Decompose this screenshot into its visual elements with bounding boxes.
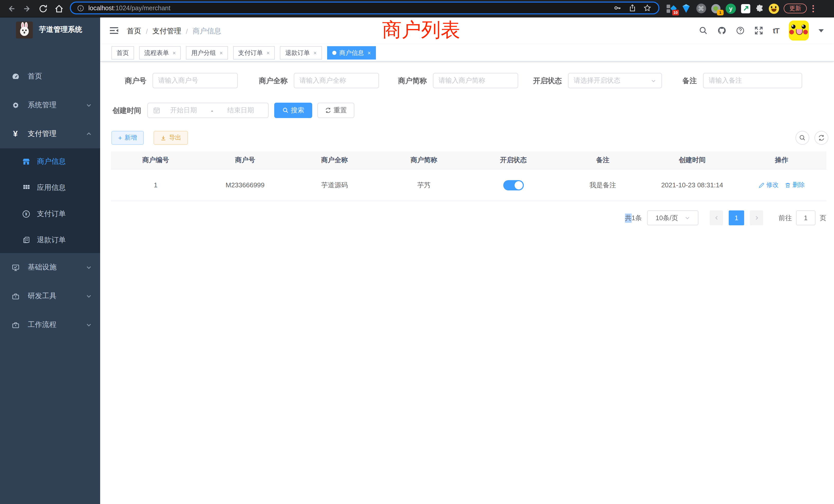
browser-profile-avatar[interactable] <box>769 3 779 14</box>
sidebar-item-label: 应用信息 <box>37 183 66 192</box>
tab-close-icon[interactable]: × <box>368 50 371 56</box>
merchant-short-name-input[interactable]: 请输入商户简称 <box>433 73 518 88</box>
remark-input[interactable]: 请输入备注 <box>703 73 802 88</box>
page-1-button[interactable]: 1 <box>729 210 744 225</box>
browser-back-icon[interactable] <box>7 4 16 13</box>
start-date-placeholder[interactable]: 开始日期 <box>161 106 206 115</box>
tab-user-group[interactable]: 用户分组× <box>186 46 228 60</box>
merchant-full-name-label: 商户全称 <box>241 73 288 88</box>
sidebar-item-pay[interactable]: ¥ 支付管理 <box>0 120 100 148</box>
merchant-full-name-input[interactable]: 请输入商户全称 <box>294 73 379 88</box>
add-button[interactable]: + 新增 <box>111 131 144 145</box>
browser-forward-icon[interactable] <box>23 4 32 13</box>
browser-menu-icon[interactable] <box>812 5 814 12</box>
tab-refund-order[interactable]: 退款订单× <box>280 46 322 60</box>
placeholder-text: 请选择开启状态 <box>574 76 620 85</box>
show-search-toggle-button[interactable] <box>795 131 809 145</box>
browser-home-icon[interactable] <box>54 4 64 13</box>
breadcrumb-current: 商户信息 <box>193 27 221 36</box>
svg-text:¥: ¥ <box>25 212 27 216</box>
avatar-caret-icon[interactable] <box>818 29 824 32</box>
end-date-placeholder[interactable]: 结束日期 <box>218 106 263 115</box>
sidebar-item-refund-order[interactable]: 退款订单 <box>0 227 100 253</box>
tab-process-form[interactable]: 流程表单× <box>139 46 181 60</box>
col-short-name: 商户简称 <box>379 156 468 165</box>
tab-pay-order[interactable]: 支付订单× <box>233 46 275 60</box>
header-search-icon[interactable] <box>699 26 708 35</box>
password-key-icon[interactable] <box>614 4 621 12</box>
sidebar-item-app-info[interactable]: 应用信息 <box>0 175 100 201</box>
sidebar-collapse-icon[interactable] <box>109 26 119 36</box>
sidebar-item-workflow[interactable]: 工作流程 <box>0 311 100 339</box>
monitor-check-icon <box>9 264 22 271</box>
prev-page-button[interactable] <box>710 210 723 225</box>
sidebar-item-pay-order[interactable]: ¥ 支付订单 <box>0 201 100 227</box>
extension-notes-icon[interactable] <box>741 3 751 14</box>
browser-update-button[interactable]: 更新 <box>784 4 807 14</box>
edit-link[interactable]: 修改 <box>759 181 778 189</box>
extension-recorder-icon[interactable]: 1 <box>711 3 721 14</box>
goto-page-input[interactable] <box>796 210 815 225</box>
merchant-no-input[interactable]: 请输入商户号 <box>153 73 238 88</box>
table-row: 1 M233666999 芋道源码 芋艿 我是备注 2021-10-23 08:… <box>111 169 826 201</box>
extension-command-icon[interactable]: ⌘ <box>696 3 706 14</box>
export-button[interactable]: 导出 <box>154 131 188 145</box>
refresh-table-button[interactable] <box>814 131 828 145</box>
remark-label: 备注 <box>651 73 697 88</box>
tab-label: 退款订单 <box>285 48 310 57</box>
tab-home[interactable]: 首页 <box>111 46 134 60</box>
extension-badge: 10 <box>672 9 679 15</box>
breadcrumb-section[interactable]: 支付管理 <box>153 27 181 36</box>
github-icon[interactable] <box>718 26 726 35</box>
extension-gem-icon[interactable] <box>681 3 691 14</box>
logo-rabbit-image <box>16 21 33 38</box>
next-page-button[interactable] <box>750 210 763 225</box>
tab-close-icon[interactable]: × <box>173 50 176 56</box>
sidebar-item-system[interactable]: 系统管理 <box>0 91 100 120</box>
breadcrumb-separator: / <box>186 27 188 36</box>
sidebar-item-infrastructure[interactable]: 基础设施 <box>0 253 100 282</box>
create-time-range-picker[interactable]: 开始日期 - 结束日期 <box>147 102 269 118</box>
extension-grid-icon[interactable]: 10 <box>666 3 676 14</box>
site-info-icon[interactable] <box>77 4 84 12</box>
tab-close-icon[interactable]: × <box>266 50 270 56</box>
font-size-icon[interactable]: tT <box>773 26 779 35</box>
tab-merchant-info[interactable]: 商户信息× <box>327 46 376 60</box>
sidebar-item-dev-tools[interactable]: 研发工具 <box>0 282 100 311</box>
reset-button-label: 重置 <box>333 106 347 115</box>
search-button[interactable]: 搜索 <box>274 102 312 118</box>
reset-button[interactable]: 重置 <box>317 102 354 118</box>
download-icon <box>160 135 167 141</box>
add-button-label: 新增 <box>125 134 137 142</box>
help-icon[interactable] <box>736 26 745 35</box>
toggle-knob <box>514 181 523 189</box>
extension-y-icon[interactable]: y <box>726 3 736 14</box>
breadcrumb-home[interactable]: 首页 <box>127 27 141 36</box>
delete-link[interactable]: 删除 <box>785 181 805 189</box>
tab-label: 流程表单 <box>144 48 169 57</box>
address-bar[interactable]: localhost:1024/pay/merchant <box>70 2 659 14</box>
tab-close-icon[interactable]: × <box>220 50 223 56</box>
merchant-short-name-label: 商户简称 <box>380 73 427 88</box>
screen: localhost:1024/pay/merchant 10 ⌘ 1 y <box>0 0 834 504</box>
edit-pencil-icon <box>759 182 765 188</box>
user-avatar[interactable] <box>789 21 809 41</box>
cell-short-name: 芋艿 <box>379 180 468 190</box>
sidebar-item-merchant-info[interactable]: 商户信息 <box>0 148 100 175</box>
bookmark-star-icon[interactable] <box>643 4 651 12</box>
extensions-puzzle-icon[interactable] <box>755 4 764 13</box>
share-icon[interactable] <box>629 4 636 12</box>
sidebar-item-home[interactable]: 首页 <box>0 62 100 91</box>
grid-icon <box>21 184 32 191</box>
tab-close-icon[interactable]: × <box>313 50 317 56</box>
delete-label: 删除 <box>792 181 805 189</box>
status-select[interactable]: 请选择开启状态 <box>568 73 662 88</box>
sidebar-logo[interactable]: 芋道管理系统 <box>0 17 100 43</box>
browser-reload-icon[interactable] <box>39 4 48 13</box>
fullscreen-icon[interactable] <box>754 26 763 35</box>
goto-label: 前往 <box>778 213 792 223</box>
status-toggle[interactable] <box>503 180 524 190</box>
page-size-select[interactable]: 10条/页 <box>647 210 698 225</box>
col-remark: 备注 <box>558 156 647 165</box>
create-time-label: 创建时间 <box>95 102 141 118</box>
